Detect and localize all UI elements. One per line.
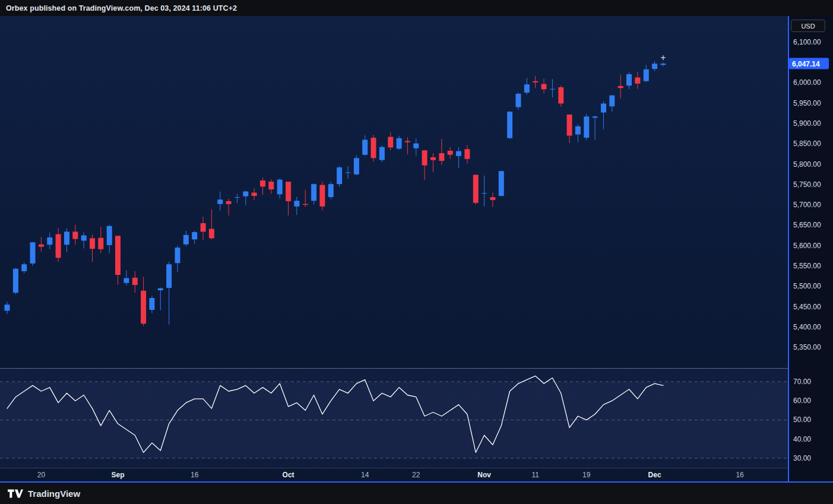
publish-banner-text: Orbex published on TradingView.com, Dec …	[6, 4, 237, 12]
price-axis-label: 5,950.00	[793, 99, 821, 107]
price-axis-label: 5,400.00	[793, 323, 821, 331]
price-axis-label: 5,850.00	[793, 140, 821, 148]
rsi-axis-label: 40.00	[793, 435, 811, 443]
time-axis-label: Dec	[648, 471, 661, 479]
price-axis-label: 5,600.00	[793, 242, 821, 250]
last-bar-marker	[661, 55, 666, 60]
price-axis-label: 5,650.00	[793, 221, 821, 229]
last-price-badge: 6,047.14	[789, 58, 829, 69]
time-axis-label: 20	[37, 471, 45, 479]
publish-banner: Orbex published on TradingView.com, Dec …	[0, 0, 833, 16]
chart-container: 20Sep16Oct1422Nov1119Dec16 USD 6,100.006…	[0, 16, 833, 483]
time-axis-label: 16	[736, 471, 743, 479]
rsi-axis-label: 50.00	[793, 416, 811, 424]
candlestick-chart[interactable]	[0, 16, 788, 368]
price-axis[interactable]: USD 6,100.006,000.005,950.005,900.005,85…	[788, 16, 833, 481]
chart-panes: 20Sep16Oct1422Nov1119Dec16	[0, 16, 788, 481]
time-axis-label: Oct	[283, 471, 294, 479]
currency-toggle-button[interactable]: USD	[791, 20, 825, 32]
price-axis-label: 5,350.00	[793, 343, 821, 351]
time-axis-label: 14	[361, 471, 369, 479]
time-axis-label: Sep	[111, 471, 124, 479]
rsi-axis-label: 30.00	[793, 454, 811, 462]
time-axis-label: 19	[582, 471, 590, 479]
time-axis-label: Nov	[477, 471, 491, 479]
price-axis-label: 5,750.00	[793, 180, 821, 189]
time-axis-label: 11	[531, 471, 539, 479]
price-axis-label: 5,500.00	[793, 282, 821, 290]
rsi-axis-label: 60.00	[793, 397, 811, 405]
price-axis-label: 5,450.00	[793, 303, 821, 311]
price-axis-label: 5,800.00	[793, 160, 821, 169]
price-axis-label: 6,100.00	[793, 38, 821, 46]
tradingview-wordmark[interactable]: TradingView	[28, 489, 80, 499]
footer: TradingView	[0, 483, 833, 504]
price-axis-label: 5,900.00	[793, 119, 821, 128]
price-axis-label: 5,550.00	[793, 262, 821, 270]
tradingview-logo-icon[interactable]	[8, 489, 23, 498]
rsi-axis-label: 70.00	[793, 378, 811, 386]
time-axis-label: 22	[412, 471, 420, 479]
rsi-chart[interactable]	[0, 369, 788, 468]
price-axis-label: 5,700.00	[793, 201, 821, 209]
price-axis-label: 6,000.00	[793, 78, 821, 87]
page: Orbex published on TradingView.com, Dec …	[0, 0, 833, 504]
time-axis-label: 16	[191, 471, 198, 479]
time-axis[interactable]: 20Sep16Oct1422Nov1119Dec16	[0, 468, 788, 481]
